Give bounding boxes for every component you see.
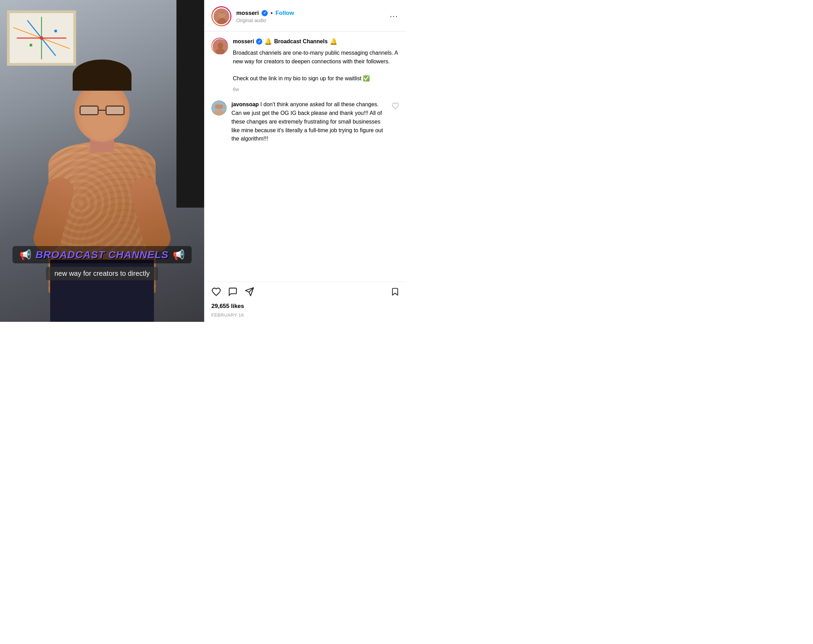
megaphone-right-icon: 📢 bbox=[173, 249, 185, 261]
svg-point-6 bbox=[54, 29, 57, 32]
comment-text: javonsoap I don't think anyone asked for… bbox=[231, 101, 383, 141]
hair bbox=[73, 60, 132, 90]
svg-point-5 bbox=[40, 36, 43, 40]
header-avatar-wrapper bbox=[211, 6, 231, 26]
caption-verified-badge: ✓ bbox=[256, 38, 262, 44]
comment-button[interactable] bbox=[228, 287, 238, 297]
bell-right-icon: 🔔 bbox=[330, 38, 337, 45]
subtitle-text: new way for creators to directly bbox=[54, 270, 150, 277]
verified-badge: ✓ bbox=[262, 10, 268, 16]
likes-count[interactable]: 29,655 likes bbox=[204, 301, 406, 311]
header-info: mosseri ✓ • Follow Original audio bbox=[236, 10, 384, 23]
post-date: FEBRUARY 16 bbox=[204, 311, 406, 322]
caption-content: mosseri ✓ 🔔 Broadcast Channels 🔔 Broadca… bbox=[233, 38, 400, 92]
follow-button[interactable]: Follow bbox=[276, 10, 294, 17]
caption-avatar[interactable] bbox=[212, 38, 227, 54]
caption-area: mosseri ✓ 🔔 Broadcast Channels 🔔 Broadca… bbox=[204, 32, 406, 95]
action-icons bbox=[211, 287, 254, 297]
username-row: mosseri ✓ • Follow bbox=[236, 10, 384, 17]
window-frame bbox=[176, 0, 204, 208]
comment-avatar[interactable] bbox=[211, 100, 227, 116]
broadcast-title-text: BROADCAST CHANNELS bbox=[36, 249, 169, 261]
caption-username-row: mosseri ✓ 🔔 Broadcast Channels 🔔 bbox=[233, 38, 400, 45]
bell-left-icon: 🔔 bbox=[264, 38, 272, 45]
svg-rect-11 bbox=[218, 13, 225, 18]
audio-label: Original audio bbox=[236, 18, 384, 23]
svg-rect-18 bbox=[215, 104, 223, 109]
more-options-button[interactable]: ··· bbox=[389, 12, 400, 21]
avatar-face bbox=[214, 9, 228, 23]
svg-point-7 bbox=[29, 44, 32, 46]
caption-avatar-wrapper bbox=[211, 38, 228, 54]
post-header: mosseri ✓ • Follow Original audio ··· bbox=[204, 0, 406, 31]
caption-time: 6w bbox=[233, 86, 400, 92]
svg-point-13 bbox=[217, 43, 223, 49]
glasses-right bbox=[106, 106, 124, 115]
map-poster bbox=[7, 11, 76, 66]
broadcast-title-row: 📢 BROADCAST CHANNELS 📢 bbox=[12, 246, 192, 263]
caption-body-text: Broadcast channels are one-to-many publi… bbox=[233, 50, 398, 81]
caption-username[interactable]: mosseri bbox=[233, 38, 254, 44]
share-button[interactable] bbox=[245, 287, 254, 297]
save-button[interactable] bbox=[390, 287, 400, 296]
subtitle-row: new way for creators to directly bbox=[46, 267, 158, 280]
post-panel: mosseri ✓ • Follow Original audio ··· mo… bbox=[204, 0, 406, 322]
video-panel: 📢 BROADCAST CHANNELS 📢 new way for creat… bbox=[0, 0, 204, 322]
comment-content: javonsoap I don't think anyone asked for… bbox=[231, 100, 386, 143]
person-figure bbox=[36, 59, 168, 322]
glasses-left bbox=[80, 106, 99, 115]
dot-separator: • bbox=[271, 10, 273, 17]
like-button[interactable] bbox=[211, 287, 221, 297]
comment-username[interactable]: javonsoap bbox=[231, 101, 259, 107]
comment-heart-icon[interactable] bbox=[391, 102, 400, 110]
comment-body: I don't think anyone asked for all these… bbox=[231, 101, 383, 141]
header-avatar[interactable] bbox=[213, 7, 230, 25]
map-content bbox=[10, 13, 73, 63]
megaphone-left-icon: 📢 bbox=[19, 249, 32, 261]
header-username[interactable]: mosseri bbox=[236, 10, 259, 17]
caption-body: Broadcast channels are one-to-many publi… bbox=[233, 49, 400, 83]
caption-channel-label: Broadcast Channels bbox=[274, 38, 328, 44]
video-overlay: 📢 BROADCAST CHANNELS 📢 new way for creat… bbox=[0, 246, 204, 280]
action-bar bbox=[204, 282, 406, 301]
comment-area: javonsoap I don't think anyone asked for… bbox=[204, 95, 406, 148]
glasses-bridge bbox=[98, 110, 107, 111]
